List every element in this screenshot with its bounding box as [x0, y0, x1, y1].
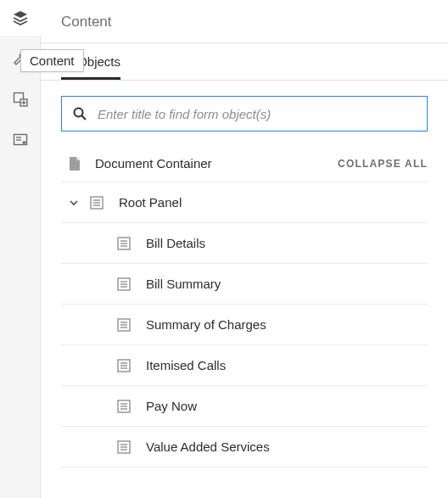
svg-point-10 [75, 109, 83, 117]
tree-item-label: Value Added Services [146, 439, 270, 454]
tree-item-label: Summary of Charges [146, 317, 266, 332]
rail-assets-button[interactable] [0, 81, 41, 117]
content-panel: Content … Objects [41, 0, 448, 498]
search-icon [72, 106, 87, 121]
document-container-label: Document Container [95, 156, 338, 171]
add-panel-icon [13, 92, 28, 107]
search-input[interactable] [96, 106, 417, 122]
tree-item-label: Pay Now [146, 399, 197, 413]
root-panel-row[interactable]: Root Panel [61, 182, 428, 223]
root-panel-label: Root Panel [119, 195, 182, 210]
left-rail [0, 0, 41, 498]
svg-marker-0 [14, 11, 27, 18]
tabs: … Objects [41, 43, 448, 81]
tree-item-label: Itemised Calls [146, 358, 226, 372]
panel-icon [117, 277, 131, 291]
tree-item[interactable]: Summary of Charges [61, 305, 428, 345]
panel-icon [90, 196, 104, 210]
panel-title: Content [41, 0, 448, 43]
tree-item-label: Bill Details [146, 236, 205, 250]
document-icon [68, 156, 81, 171]
svg-line-11 [82, 116, 87, 120]
search-field[interactable] [61, 96, 428, 131]
layers-icon [12, 9, 29, 26]
form-icon [13, 132, 28, 148]
tree-item[interactable]: Itemised Calls [61, 345, 428, 386]
rail-components-button[interactable] [0, 122, 41, 158]
svg-rect-9 [22, 142, 25, 144]
tree-item[interactable]: Bill Details [61, 223, 428, 264]
tree-item[interactable]: Pay Now [61, 386, 428, 427]
panel-icon [117, 440, 131, 454]
tree-item[interactable]: Value Added Services [61, 427, 428, 467]
chevron-down-icon[interactable] [70, 199, 78, 207]
panel-icon [117, 359, 131, 372]
rail-content-button[interactable] [0, 0, 41, 36]
panel-icon [117, 318, 131, 332]
tree-item[interactable]: Bill Summary [61, 264, 428, 305]
document-container-row[interactable]: Document Container Collapse All [61, 145, 428, 182]
collapse-all-button[interactable]: Collapse All [338, 158, 428, 170]
panel-icon [117, 237, 131, 250]
tooltip: Content [20, 49, 84, 72]
tree-item-label: Bill Summary [146, 277, 221, 291]
tree: Document Container Collapse All Root Pan… [41, 145, 448, 467]
panel-icon [117, 400, 131, 413]
